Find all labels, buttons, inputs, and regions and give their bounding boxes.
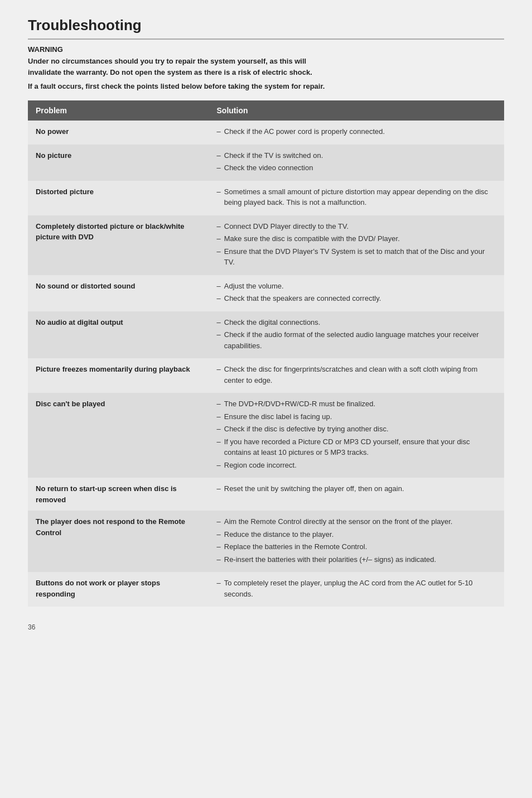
solution-item: –Check if the AC power cord is properly …: [217, 126, 496, 137]
problem-cell: Distorted picture: [28, 181, 209, 215]
solution-cell: –Aim the Remote Control directly at the …: [209, 511, 504, 572]
dash-icon: –: [217, 126, 221, 137]
solution-text: To completely reset the player, unplug t…: [224, 578, 496, 599]
solution-cell: –Sometimes a small amount of picture dis…: [209, 181, 504, 215]
warning-section: WARNING Under no circumstances should yo…: [28, 45, 504, 90]
solution-item: –The DVD+R/DVD+RW/CD-R must be finalized…: [217, 398, 496, 410]
dash-icon: –: [217, 364, 221, 375]
problem-cell: Completely distorted picture or black/wh…: [28, 215, 209, 275]
troubleshooting-table: Problem Solution No power–Check if the A…: [28, 100, 504, 607]
table-row: Distorted picture–Sometimes a small amou…: [28, 181, 504, 215]
solution-column-header: Solution: [209, 100, 504, 121]
problem-cell: No sound or distorted sound: [28, 275, 209, 311]
table-row: The player does not respond to the Remot…: [28, 511, 504, 572]
dash-icon: –: [217, 246, 221, 257]
solution-text: Replace the batteries in the Remote Cont…: [224, 541, 367, 552]
table-row: No audio at digital output–Check the dig…: [28, 311, 504, 359]
dash-icon: –: [217, 293, 221, 304]
solution-item: –Re-insert the batteries with their pola…: [217, 554, 496, 565]
solution-cell: –Check if the AC power cord is properly …: [209, 121, 504, 145]
solution-text: Reduce the distance to the player.: [224, 529, 334, 540]
solution-cell: –Adjust the volume.–Check that the speak…: [209, 275, 504, 311]
solution-text: Sometimes a small amount of picture dist…: [224, 186, 496, 208]
dash-icon: –: [217, 529, 221, 540]
dash-icon: –: [217, 424, 221, 435]
problem-cell: Disc can't be played: [28, 393, 209, 478]
table-row: Disc can't be played–The DVD+R/DVD+RW/CD…: [28, 393, 504, 478]
solution-text: Connect DVD Player directly to the TV.: [224, 221, 349, 232]
solution-text: Check if the TV is switched on.: [224, 150, 323, 161]
solution-text: Check the disc for fingerprints/scratche…: [224, 364, 496, 386]
problem-cell: The player does not respond to the Remot…: [28, 511, 209, 572]
dash-icon: –: [217, 281, 221, 292]
warning-label: WARNING: [28, 45, 504, 54]
dash-icon: –: [217, 516, 221, 527]
solution-item: –Sometimes a small amount of picture dis…: [217, 186, 496, 208]
dash-icon: –: [217, 483, 221, 494]
solution-cell: –The DVD+R/DVD+RW/CD-R must be finalized…: [209, 393, 504, 478]
solution-text: Make sure the disc is compatible with th…: [224, 233, 400, 244]
solution-text: Adjust the volume.: [224, 281, 284, 292]
solution-text: Ensure that the DVD Player's TV System i…: [224, 246, 496, 268]
solution-cell: –Check if the TV is switched on.–Check t…: [209, 145, 504, 181]
solution-item: –Ensure the disc label is facing up.: [217, 411, 496, 422]
solution-item: –Adjust the volume.: [217, 281, 496, 292]
table-row: Buttons do not work or player stops resp…: [28, 572, 504, 607]
problem-cell: No audio at digital output: [28, 311, 209, 359]
dash-icon: –: [217, 578, 221, 589]
solution-item: –Check if the TV is switched on.: [217, 150, 496, 161]
warning-body: Under no circumstances should you try to…: [28, 56, 504, 78]
solution-text: Check the video connection: [224, 162, 313, 174]
dash-icon: –: [217, 554, 221, 565]
dash-icon: –: [217, 317, 221, 328]
solution-text: Check if the AC power cord is properly c…: [224, 126, 385, 137]
solution-item: –Check the disc for fingerprints/scratch…: [217, 364, 496, 386]
solution-item: –Ensure that the DVD Player's TV System …: [217, 246, 496, 268]
solution-text: Check if the audio format of the selecte…: [224, 329, 496, 351]
solution-text: The DVD+R/DVD+RW/CD-R must be finalized.: [224, 398, 375, 410]
page-title: Troubleshooting: [28, 17, 504, 40]
solution-cell: –Reset the unit by switching the player …: [209, 478, 504, 511]
dash-icon: –: [217, 186, 221, 198]
solution-item: –Check if the audio format of the select…: [217, 329, 496, 351]
table-row: Completely distorted picture or black/wh…: [28, 215, 504, 275]
dash-icon: –: [217, 436, 221, 448]
solution-text: If you have recorded a Picture CD or MP3…: [224, 436, 496, 458]
solution-text: Aim the Remote Control directly at the s…: [224, 516, 453, 527]
problem-cell: Buttons do not work or player stops resp…: [28, 572, 209, 607]
problem-cell: Picture freezes momentarily during playb…: [28, 358, 209, 393]
solution-text: Ensure the disc label is facing up.: [224, 411, 332, 422]
solution-item: –Check the video connection: [217, 162, 496, 174]
dash-icon: –: [217, 411, 221, 422]
table-row: No power–Check if the AC power cord is p…: [28, 121, 504, 145]
dash-icon: –: [217, 233, 221, 244]
solution-item: –Check the digital connections.: [217, 317, 496, 328]
problem-cell: No power: [28, 121, 209, 145]
table-row: Picture freezes momentarily during playb…: [28, 358, 504, 393]
solution-text: Region code incorrect.: [224, 460, 297, 471]
dash-icon: –: [217, 162, 221, 174]
problem-cell: No return to start-up screen when disc i…: [28, 478, 209, 511]
dash-icon: –: [217, 398, 221, 410]
solution-item: –Check that the speakers are connected c…: [217, 293, 496, 304]
dash-icon: –: [217, 150, 221, 161]
solution-text: Re-insert the batteries with their polar…: [224, 554, 436, 565]
dash-icon: –: [217, 221, 221, 232]
solution-item: –Make sure the disc is compatible with t…: [217, 233, 496, 244]
solution-item: –If you have recorded a Picture CD or MP…: [217, 436, 496, 458]
table-row: No return to start-up screen when disc i…: [28, 478, 504, 511]
solution-text: Check that the speakers are connected co…: [224, 293, 381, 304]
solution-text: Check the digital connections.: [224, 317, 321, 328]
problem-cell: No picture: [28, 145, 209, 181]
solution-text: Reset the unit by switching the player o…: [224, 483, 404, 494]
dash-icon: –: [217, 541, 221, 552]
solution-item: –To completely reset the player, unplug …: [217, 578, 496, 599]
solution-cell: –Check the disc for fingerprints/scratch…: [209, 358, 504, 393]
solution-item: –Check if the disc is defective by tryin…: [217, 424, 496, 435]
solution-text: Check if the disc is defective by trying…: [224, 424, 389, 435]
solution-item: –Replace the batteries in the Remote Con…: [217, 541, 496, 552]
table-row: No picture–Check if the TV is switched o…: [28, 145, 504, 181]
dash-icon: –: [217, 460, 221, 471]
dash-icon: –: [217, 329, 221, 340]
solution-item: –Aim the Remote Control directly at the …: [217, 516, 496, 527]
